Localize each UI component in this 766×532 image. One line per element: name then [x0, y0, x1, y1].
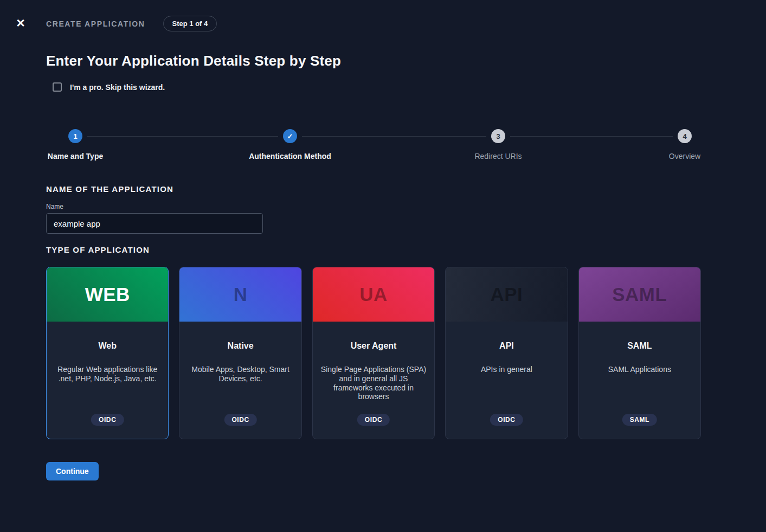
card-title: Native: [179, 341, 301, 351]
app-type-card-native-header: N: [179, 267, 301, 322]
app-type-card-saml-header: SAML: [579, 267, 700, 322]
type-section-heading: TYPE OF APPLICATION: [46, 245, 150, 254]
wizard-title: CREATE APPLICATION: [46, 20, 145, 28]
card-body: User Agent Single Page Applications (SPA…: [313, 322, 434, 439]
app-type-card-web[interactable]: WEB Web Regular Web applications like .n…: [46, 267, 169, 439]
card-description: SAML Applications: [585, 365, 694, 374]
protocol-badge: OIDC: [224, 414, 256, 426]
card-body: SAML SAML Applications SAML: [579, 322, 700, 439]
card-header-letter: UA: [359, 284, 388, 305]
step-3-indicator[interactable]: 3: [491, 129, 505, 143]
step-connector-line: [87, 136, 278, 137]
card-description: APIs in general: [452, 365, 561, 374]
app-type-card-native[interactable]: N Native Mobile Apps, Desktop, Smart Dev…: [179, 267, 301, 439]
step-1-label[interactable]: Name and Type: [48, 152, 103, 161]
protocol-badge: OIDC: [91, 414, 124, 426]
page-title: Enter Your Application Details Step by S…: [46, 53, 341, 69]
card-header-letter: API: [490, 284, 523, 305]
name-field-label: Name: [46, 203, 63, 210]
app-type-card-saml[interactable]: SAML SAML SAML Applications SAML: [578, 267, 701, 439]
step-2-indicator[interactable]: ✓: [283, 129, 297, 143]
app-type-card-user-agent-header: UA: [313, 267, 434, 322]
app-type-card-list: WEB Web Regular Web applications like .n…: [46, 267, 701, 439]
card-description: Regular Web applications like .net, PHP,…: [53, 365, 162, 383]
app-type-card-web-header: WEB: [47, 267, 168, 322]
card-description: Single Page Applications (SPA) and in ge…: [319, 365, 428, 401]
name-section-heading: NAME OF THE APPLICATION: [46, 184, 173, 194]
app-type-card-user-agent[interactable]: UA User Agent Single Page Applications (…: [312, 267, 435, 439]
protocol-badge: OIDC: [357, 414, 390, 426]
card-header-letter: WEB: [85, 284, 130, 305]
skip-wizard-row[interactable]: I'm a pro. Skip this wizard.: [53, 82, 165, 92]
card-description: Mobile Apps, Desktop, Smart Devices, etc…: [186, 365, 295, 383]
step-connector-line: [510, 136, 673, 137]
wizard-header: CREATE APPLICATION Step 1 of 4: [46, 16, 217, 31]
skip-wizard-label: I'm a pro. Skip this wizard.: [70, 83, 165, 92]
card-title: Web: [47, 341, 168, 351]
close-icon[interactable]: ✕: [14, 16, 28, 30]
app-type-card-api-header: API: [446, 267, 567, 322]
step-counter-badge: Step 1 of 4: [163, 16, 217, 31]
step-4-indicator[interactable]: 4: [678, 129, 692, 143]
step-2-label[interactable]: Authentication Method: [249, 152, 331, 161]
card-body: Web Regular Web applications like .net, …: [47, 322, 168, 439]
protocol-badge: OIDC: [490, 414, 523, 426]
card-body: API APIs in general OIDC: [446, 322, 567, 439]
step-connector-line: [302, 136, 486, 137]
stepper: 1 ✓ 3 4 Name and Type Authentication Met…: [46, 129, 701, 162]
step-1-indicator[interactable]: 1: [68, 129, 82, 143]
card-title: API: [446, 341, 567, 351]
card-header-letter: N: [234, 284, 248, 305]
card-body: Native Mobile Apps, Desktop, Smart Devic…: [179, 322, 301, 439]
card-title: User Agent: [313, 341, 434, 351]
card-header-letter: SAML: [612, 284, 667, 305]
application-name-input[interactable]: [46, 213, 263, 234]
card-title: SAML: [579, 341, 700, 351]
skip-wizard-checkbox[interactable]: [53, 82, 62, 92]
protocol-badge: SAML: [622, 414, 657, 426]
continue-button[interactable]: Continue: [46, 462, 99, 480]
step-4-label[interactable]: Overview: [669, 152, 700, 161]
app-type-card-api[interactable]: API API APIs in general OIDC: [445, 267, 568, 439]
step-3-label[interactable]: Redirect URIs: [474, 152, 522, 161]
